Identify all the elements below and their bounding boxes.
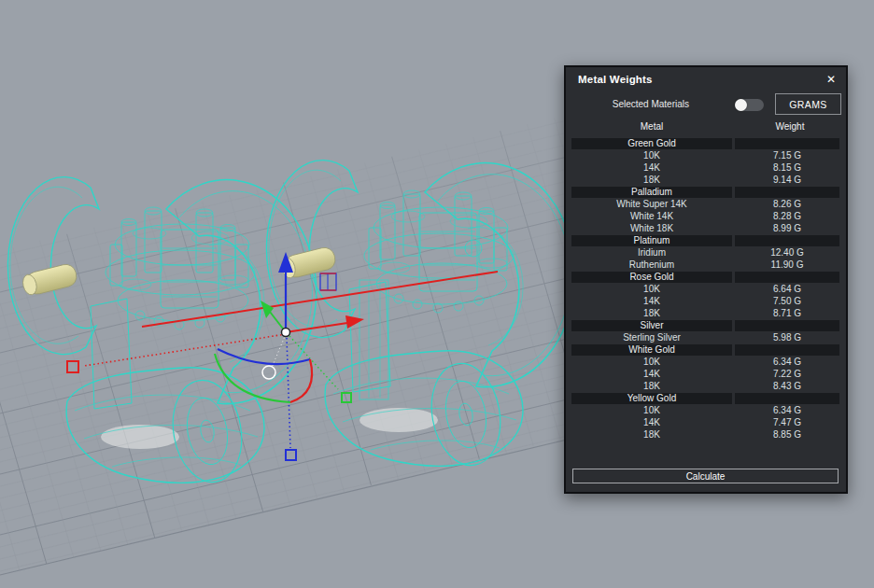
metal-name: 10K [571, 405, 732, 415]
section-header-row: Platinum [571, 234, 839, 246]
section-name: Silver [571, 320, 732, 331]
metal-weight: 8.99 G [735, 223, 839, 233]
section-weight-cell [735, 187, 839, 198]
metal-weight: 11.90 G [735, 259, 839, 270]
metal-row: 14K8.15 G [571, 161, 839, 174]
section-name: Rose Gold [571, 272, 732, 283]
metal-row: Ruthenium11.90 G [571, 259, 839, 271]
metal-weight: 8.43 G [735, 381, 839, 391]
weights-table: Green Gold10K7.15 G14K8.15 G18K9.14 GPal… [571, 137, 839, 441]
section-header-row: Rose Gold [571, 271, 839, 283]
metal-name: 10K [571, 357, 732, 367]
section-weight-cell [735, 344, 839, 356]
metal-column-header: Metal [571, 121, 732, 132]
metal-row: 10K6.34 G [571, 356, 839, 368]
metal-name: White 18K [571, 223, 732, 233]
metal-weight: 8.15 G [735, 162, 839, 173]
z-extend-handle[interactable] [286, 450, 296, 460]
section-weight-cell [735, 235, 839, 246]
section-header-row: Yellow Gold [571, 392, 839, 404]
section-header-row: Green Gold [571, 137, 839, 149]
gumball-center[interactable] [282, 329, 290, 337]
calculate-button[interactable]: Calculate [572, 469, 839, 483]
metal-row: 10K6.34 G [571, 404, 839, 416]
section-name: Palladium [571, 187, 732, 198]
metal-row: White 18K8.99 G [571, 222, 839, 234]
metal-name: 14K [571, 162, 732, 173]
toggle-knob [735, 99, 747, 111]
close-icon[interactable]: ✕ [826, 74, 836, 85]
metal-row: 14K7.47 G [571, 416, 839, 428]
metal-name: 14K [571, 296, 732, 306]
metal-name: 14K [571, 417, 732, 427]
metal-name: 18K [571, 175, 732, 185]
metal-weight: 7.15 G [735, 150, 839, 161]
metal-row: 10K7.15 G [571, 149, 839, 161]
metal-weight: 5.98 G [735, 332, 839, 343]
section-weight-cell [735, 393, 839, 404]
selected-materials-toggle[interactable] [735, 99, 764, 111]
section-header-row: Palladium [571, 186, 839, 198]
section-name: White Gold [571, 344, 732, 356]
metal-weights-panel: Metal Weights ✕ Selected Materials GRAMS… [564, 65, 848, 494]
panel-titlebar[interactable]: Metal Weights ✕ [566, 67, 846, 91]
metal-row: 18K8.43 G [571, 380, 839, 392]
x-arrow-head[interactable] [345, 315, 364, 329]
metal-name: White 14K [571, 211, 732, 221]
metal-row: White 14K8.28 G [571, 210, 839, 222]
metal-name: 14K [571, 369, 732, 379]
section-weight-cell [735, 138, 839, 149]
units-button[interactable]: GRAMS [775, 93, 841, 115]
section-name: Platinum [571, 235, 732, 246]
metal-weight: 9.14 G [735, 175, 839, 185]
metal-name: 18K [571, 429, 732, 440]
metal-weight: 8.28 G [735, 211, 839, 221]
metal-name: White Super 14K [571, 199, 732, 209]
metal-row: White Super 14K8.26 G [571, 198, 839, 210]
selected-materials-label: Selected Materials [566, 99, 689, 109]
metal-weight: 12.40 G [735, 247, 839, 258]
metal-weight: 7.22 G [735, 369, 839, 379]
metal-row: 18K8.71 G [571, 307, 839, 319]
metal-row: 18K9.14 G [571, 174, 839, 186]
metal-row: 14K7.22 G [571, 368, 839, 380]
metal-weight: 8.85 G [735, 429, 839, 440]
x-arrow-shaft[interactable] [286, 323, 347, 332]
metal-row: 14K7.50 G [571, 295, 839, 307]
metal-weight: 7.47 G [735, 417, 839, 427]
metal-weight: 6.34 G [735, 405, 839, 415]
metal-row: Iridium12.40 G [571, 246, 839, 259]
section-weight-cell [735, 272, 839, 283]
weight-column-header: Weight [735, 121, 845, 132]
earring-left[interactable] [7, 177, 316, 488]
metal-weight: 8.71 G [735, 308, 839, 318]
metal-name: 10K [571, 150, 732, 161]
section-name: Green Gold [571, 138, 732, 149]
section-header-row: White Gold [571, 343, 839, 356]
metal-name: Iridium [571, 247, 732, 258]
section-weight-cell [735, 320, 839, 331]
metal-name: 18K [571, 308, 732, 318]
metal-weight: 6.34 G [735, 357, 839, 367]
metal-name: 18K [571, 381, 732, 391]
earring-post [359, 280, 388, 399]
metal-weight: 6.64 G [735, 284, 839, 294]
metal-name: Sterling Silver [571, 332, 732, 343]
section-name: Yellow Gold [571, 393, 732, 404]
metal-weight: 8.26 G [735, 199, 839, 209]
metal-name: 10K [571, 284, 732, 294]
table-header: Metal Weight [566, 120, 846, 136]
metal-weight: 7.50 G [735, 296, 839, 306]
earring-right[interactable] [266, 161, 574, 471]
panel-title: Metal Weights [578, 74, 653, 85]
metal-row: 18K8.85 G [571, 428, 839, 441]
white-dotted-guide [272, 334, 286, 368]
section-header-row: Silver [571, 319, 839, 331]
metal-row: 10K6.64 G [571, 283, 839, 295]
metal-name: Ruthenium [571, 259, 732, 270]
metal-row: Sterling Silver5.98 G [571, 331, 839, 343]
